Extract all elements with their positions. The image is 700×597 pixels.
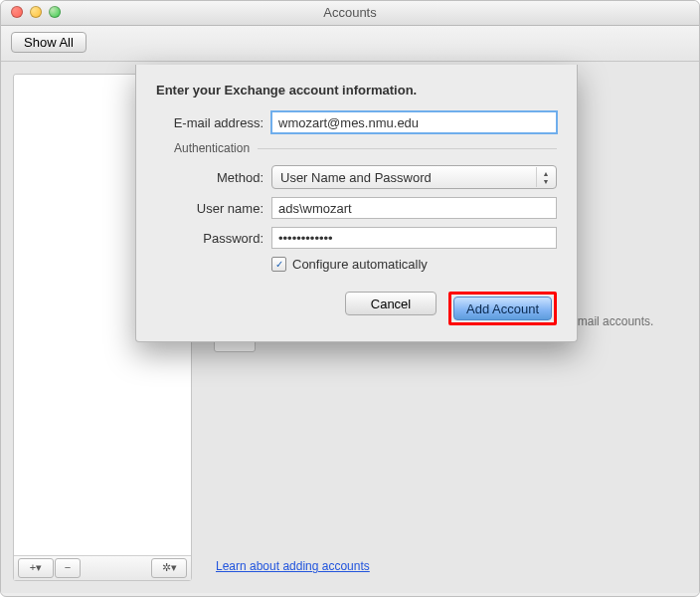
cancel-button[interactable]: Cancel	[345, 292, 437, 315]
sidebar-gear-button[interactable]: ✲▾	[151, 558, 187, 578]
close-icon[interactable]	[11, 6, 23, 18]
window-title: Accounts	[1, 1, 699, 25]
toolbar: Show All	[1, 26, 699, 62]
add-account-highlight: Add Account	[448, 292, 557, 325]
traffic-lights	[11, 6, 61, 18]
remove-account-button[interactable]: −	[55, 558, 81, 578]
method-value: User Name and Password	[280, 170, 432, 185]
show-all-button[interactable]: Show All	[11, 32, 87, 53]
label-configure: Configure automatically	[292, 257, 428, 272]
zoom-icon[interactable]	[49, 6, 61, 18]
password-field[interactable]	[271, 227, 557, 249]
chevron-up-down-icon: ▲▼	[536, 167, 555, 187]
label-email: E-mail address:	[156, 115, 271, 130]
username-field[interactable]	[271, 197, 557, 219]
email-field[interactable]	[271, 111, 557, 133]
label-auth: Authentication	[156, 141, 250, 155]
sidebar-footer: +▾ − ✲▾	[14, 555, 191, 580]
exchange-setup-sheet: Enter your Exchange account information.…	[135, 65, 578, 342]
row-auth: Authentication	[156, 141, 557, 155]
row-email: E-mail address:	[156, 111, 557, 133]
row-method: Method: User Name and Password ▲▼	[156, 165, 557, 189]
titlebar: Accounts	[1, 1, 699, 26]
sheet-heading: Enter your Exchange account information.	[156, 83, 557, 98]
add-account-button[interactable]: +▾	[18, 558, 54, 578]
method-select[interactable]: User Name and Password ▲▼	[271, 165, 557, 189]
sheet-buttons: Cancel Add Account	[156, 292, 557, 325]
row-password: Password:	[156, 227, 557, 249]
row-username: User name:	[156, 197, 557, 219]
row-configure: ✓ Configure automatically	[271, 257, 557, 272]
label-method: Method:	[156, 170, 271, 185]
accounts-window: Accounts Show All +▾ − ✲▾	[0, 0, 700, 597]
label-username: User name:	[156, 201, 271, 216]
auth-divider	[258, 148, 557, 149]
configure-checkbox[interactable]: ✓	[271, 257, 286, 272]
add-account-button[interactable]: Add Account	[453, 297, 552, 320]
learn-link[interactable]: Learn about adding accounts	[216, 559, 370, 573]
minimize-icon[interactable]	[30, 6, 42, 18]
label-password: Password:	[156, 231, 271, 246]
sidebar-footer-left: +▾ −	[18, 558, 81, 578]
